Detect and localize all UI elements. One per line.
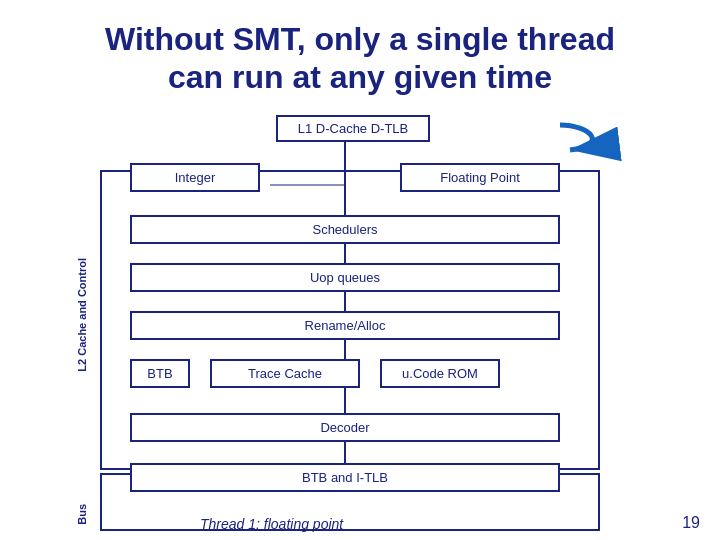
ucode-rom-box: u.Code ROM [380, 359, 500, 388]
slide-title: Without SMT, only a single thread can ru… [30, 20, 690, 97]
rename-alloc-box: Rename/Alloc [130, 311, 560, 340]
fp-box: Floating Point [400, 163, 560, 192]
trace-cache-box: Trace Cache [210, 359, 360, 388]
l1-dcache-box: L1 D-Cache D-TLB [108, 115, 598, 142]
slide: Without SMT, only a single thread can ru… [0, 0, 720, 540]
uop-queues-box: Uop queues [130, 263, 560, 292]
diagram-area: L2 Cache and Control Bus [70, 115, 650, 505]
schedulers-box: Schedulers [130, 215, 560, 244]
decoder-box: Decoder [130, 413, 560, 442]
l2-cache-label: L2 Cache and Control [70, 175, 94, 455]
thread-label: Thread 1: floating point [200, 516, 343, 532]
btb-box: BTB [130, 359, 190, 388]
bus-label: Bus [70, 485, 94, 540]
btb-itlb-box: BTB and I-TLB [130, 463, 560, 492]
integer-box: Integer [130, 163, 260, 192]
page-number: 19 [682, 514, 700, 532]
